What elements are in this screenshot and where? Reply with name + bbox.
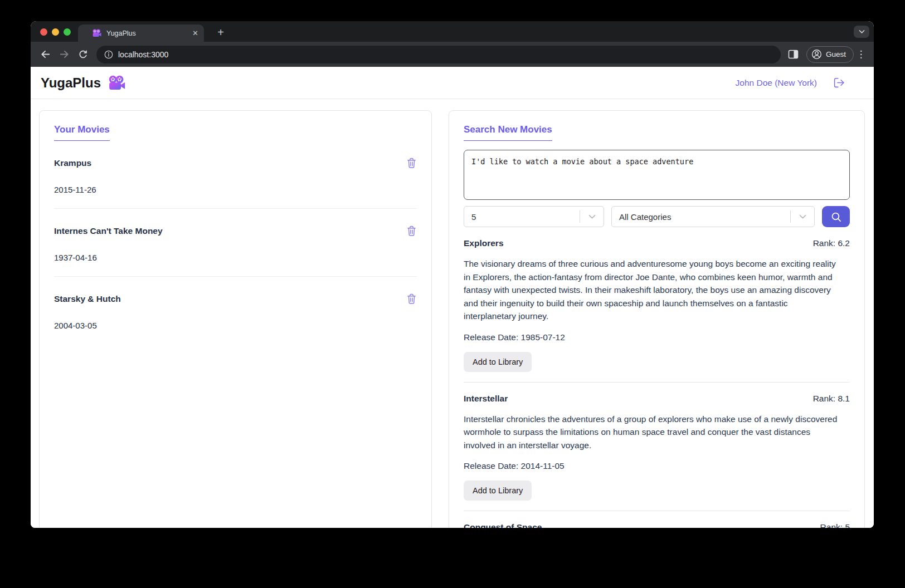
browser-menu-button[interactable]: ⋮: [854, 46, 868, 63]
address-bar[interactable]: localhost:3000: [96, 46, 781, 63]
site-info-icon[interactable]: [104, 50, 113, 59]
delete-movie-button[interactable]: [406, 225, 417, 237]
url-text[interactable]: localhost:3000: [118, 50, 168, 59]
library-movie-row: Internes Can't Take Money 1937-04-16: [54, 225, 417, 277]
back-button[interactable]: [37, 47, 53, 62]
result-title: Interstellar: [464, 394, 508, 404]
movie-date: 2004-03-05: [54, 321, 417, 330]
divider: [54, 276, 417, 277]
logout-button[interactable]: [833, 77, 846, 89]
search-result: Conquest of Space Rank: 5: [464, 522, 850, 528]
result-title: Explorers: [464, 238, 504, 248]
tab-title: YugaPlus: [106, 30, 187, 37]
plus-icon: +: [217, 26, 224, 39]
result-description: Interstellar chronicles the adventures o…: [464, 413, 839, 452]
delete-movie-button[interactable]: [406, 157, 417, 169]
window-traffic-lights: [40, 28, 71, 36]
result-title: Conquest of Space: [464, 522, 542, 528]
movie-title: Krampus: [54, 158, 91, 168]
user-profile-link[interactable]: John Doe (New York): [736, 78, 817, 88]
result-rank: Rank: 8.1: [813, 394, 850, 404]
site-header: YugaPlus John Doe (New York): [31, 67, 874, 99]
search-result: Interstellar Rank: 8.1 Interstellar chro…: [464, 394, 850, 512]
movie-date: 2015-11-26: [54, 185, 417, 194]
new-tab-button[interactable]: +: [213, 25, 228, 40]
trash-icon: [406, 225, 417, 237]
chevron-down-icon: [580, 214, 604, 219]
delete-movie-button[interactable]: [406, 293, 417, 305]
category-select[interactable]: All Categories: [611, 206, 815, 227]
side-panel-button[interactable]: [785, 46, 802, 63]
result-rank: Rank: 5: [820, 522, 850, 528]
movie-date: 1937-04-16: [54, 253, 417, 262]
library-movie-row: Starsky & Hutch 2004-03-05: [54, 293, 417, 330]
result-release-date: Release Date: 1985-07-12: [464, 332, 850, 342]
trash-icon: [406, 157, 417, 169]
max-results-value: 5: [464, 212, 580, 222]
your-movies-title: Your Movies: [54, 124, 110, 141]
logout-icon: [833, 77, 846, 89]
movie-title: Starsky & Hutch: [54, 294, 121, 304]
browser-window: YugaPlus ✕ + localhost:3000 Guest ⋮: [31, 21, 874, 528]
main-content: Your Movies Krampus 2015-11-26 Internes …: [31, 99, 874, 528]
search-query-input[interactable]: I'd like to watch a movie about a space …: [464, 150, 850, 200]
kebab-menu-icon: ⋮: [857, 48, 866, 60]
site-title: YugaPlus: [41, 75, 101, 91]
page: YugaPlus John Doe (New York): [31, 67, 874, 528]
divider: [464, 511, 850, 511]
add-to-library-button[interactable]: Add to Library: [464, 352, 532, 372]
favicon-movie-camera-icon: [92, 29, 101, 37]
search-new-movies-title: Search New Movies: [464, 124, 552, 141]
search-result: Explorers Rank: 6.2 The visionary dreams…: [464, 238, 850, 383]
arrow-left-icon: [40, 49, 51, 60]
guest-label: Guest: [826, 50, 846, 58]
movie-camera-logo-icon: [108, 75, 125, 91]
side-panel-icon: [788, 50, 799, 59]
search-button[interactable]: [822, 206, 850, 227]
tab-strip: YugaPlus ✕ +: [31, 21, 874, 42]
result-description: The visionary dreams of three curious an…: [464, 257, 839, 323]
trash-icon: [406, 293, 417, 305]
category-value: All Categories: [612, 212, 790, 222]
movie-title: Internes Can't Take Money: [54, 226, 163, 236]
your-movies-panel: Your Movies Krampus 2015-11-26 Internes …: [39, 110, 432, 528]
library-movie-row: Krampus 2015-11-26: [54, 157, 417, 209]
browser-tab[interactable]: YugaPlus ✕: [78, 24, 204, 42]
arrow-right-icon: [59, 49, 70, 60]
browser-toolbar: localhost:3000 Guest ⋮: [31, 42, 874, 67]
window-zoom-button[interactable]: [64, 28, 71, 36]
tab-search-chevron-button[interactable]: [854, 26, 869, 38]
forward-button[interactable]: [56, 47, 72, 62]
add-to-library-button[interactable]: Add to Library: [464, 481, 532, 501]
search-icon: [830, 211, 842, 223]
chevron-down-icon: [859, 30, 865, 34]
search-movies-panel: Search New Movies I'd like to watch a mo…: [449, 110, 865, 528]
profile-guest-button[interactable]: Guest: [806, 46, 854, 63]
result-rank: Rank: 6.2: [813, 238, 850, 248]
window-close-button[interactable]: [40, 28, 47, 36]
chevron-down-icon: [791, 214, 814, 219]
max-results-select[interactable]: 5: [464, 206, 604, 227]
person-circle-icon: [811, 49, 822, 60]
tab-close-icon[interactable]: ✕: [192, 30, 198, 37]
search-controls: 5 All Categories: [464, 206, 850, 227]
divider: [464, 382, 850, 383]
reload-icon: [78, 50, 88, 60]
result-release-date: Release Date: 2014-11-05: [464, 461, 850, 471]
reload-button[interactable]: [75, 47, 91, 62]
window-minimize-button[interactable]: [52, 28, 59, 36]
divider: [54, 208, 417, 209]
